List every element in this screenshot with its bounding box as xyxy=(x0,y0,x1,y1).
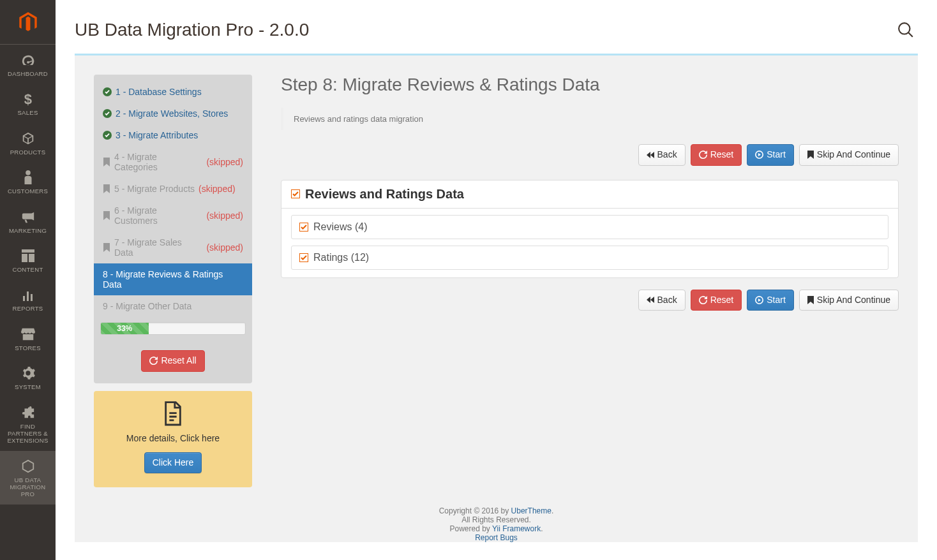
nav-label: UB DATA MIGRATION PRO xyxy=(10,476,46,498)
nav-sales[interactable]: $ SALES xyxy=(0,84,56,122)
step-label: 8 - Migrate Reviews & Ratings Data xyxy=(103,269,243,290)
rewind-icon xyxy=(647,297,654,303)
details-card: More details, Click here Click Here xyxy=(94,391,252,488)
nav-label: CUSTOMERS xyxy=(8,188,48,195)
rewind-icon xyxy=(647,152,654,158)
data-row-ratings[interactable]: Ratings (12) xyxy=(291,246,888,270)
step-label: 4 - Migrate Categories xyxy=(114,152,202,172)
main-panel: Step 8: Migrate Reviews & Ratings Data R… xyxy=(281,75,899,487)
nav-label: DASHBOARD xyxy=(8,70,48,77)
step-label: 9 - Migrate Other Data xyxy=(103,301,191,311)
skip-button[interactable]: Skip And Continue xyxy=(799,290,899,311)
nav-products[interactable]: PRODUCTS xyxy=(0,123,56,162)
skipped-tag: (skipped) xyxy=(206,242,243,253)
step-1[interactable]: 1 - Database Settings xyxy=(94,81,252,103)
nav-dashboard[interactable]: DASHBOARD xyxy=(0,45,56,84)
data-row-label: Reviews (4) xyxy=(313,221,367,233)
step-label: 3 - Migrate Attributes xyxy=(116,130,198,140)
data-panel-title: Reviews and Ratings Data xyxy=(305,187,464,202)
back-button[interactable]: Back xyxy=(638,290,686,311)
button-label: Back xyxy=(657,149,677,161)
bookmark-icon xyxy=(807,296,814,304)
page-header: UB Data Migration Pro - 2.0.0 xyxy=(75,0,918,54)
step-8[interactable]: 8 - Migrate Reviews & Ratings Data xyxy=(94,263,252,295)
back-button[interactable]: Back xyxy=(638,144,686,166)
step-sidebar: 1 - Database Settings 2 - Migrate Websit… xyxy=(94,75,252,487)
gauge-icon xyxy=(20,52,36,68)
step-label: 2 - Migrate Websites, Stores xyxy=(116,108,228,119)
bar-chart-icon xyxy=(20,287,36,302)
skipped-tag: (skipped) xyxy=(206,157,243,167)
nav-label: FIND PARTNERS & EXTENSIONS xyxy=(7,423,48,445)
step-4[interactable]: 4 - Migrate Categories (skipped) xyxy=(94,146,252,178)
reset-button[interactable]: Reset xyxy=(691,144,742,166)
button-label: Back xyxy=(657,294,677,307)
start-button[interactable]: Start xyxy=(747,144,794,166)
nav-label: PRODUCTS xyxy=(10,149,46,156)
button-label: Start xyxy=(767,294,786,307)
content-wrapper: 1 - Database Settings 2 - Migrate Websit… xyxy=(75,54,918,542)
footer: Copyright © 2016 by UberTheme. All Right… xyxy=(75,500,918,542)
layout-icon xyxy=(20,248,36,263)
button-label: Reset xyxy=(710,149,734,161)
button-label: Skip And Continue xyxy=(817,294,890,307)
start-button[interactable]: Start xyxy=(747,290,794,311)
person-icon xyxy=(20,170,36,185)
data-row-reviews[interactable]: Reviews (4) xyxy=(291,215,888,239)
button-label: Reset xyxy=(710,294,734,307)
footer-link-ubertheme[interactable]: UberTheme xyxy=(511,506,551,515)
nav-label: STORES xyxy=(15,344,41,351)
step-5[interactable]: 5 - Migrate Products (skipped) xyxy=(94,178,252,200)
data-panel-header[interactable]: Reviews and Ratings Data xyxy=(281,181,898,209)
step-label: 5 - Migrate Products xyxy=(114,184,195,194)
skipped-tag: (skipped) xyxy=(206,210,243,221)
step-7[interactable]: 7 - Migrate Sales Data (skipped) xyxy=(94,232,252,263)
checkbox-checked-icon xyxy=(299,223,308,232)
bookmark-icon xyxy=(103,184,110,193)
step-heading: Step 8: Migrate Reviews & Ratings Data xyxy=(281,75,899,95)
step-label: 7 - Migrate Sales Data xyxy=(114,237,202,258)
nav-label: CONTENT xyxy=(12,266,43,273)
step-list: 1 - Database Settings 2 - Migrate Websit… xyxy=(94,75,252,383)
nav-content[interactable]: CONTENT xyxy=(0,240,56,279)
reset-all-button[interactable]: Reset All xyxy=(141,350,204,372)
footer-text: All Rights Reserved. xyxy=(75,515,918,524)
bookmark-icon xyxy=(807,151,814,159)
reset-button[interactable]: Reset xyxy=(691,290,742,311)
step-6[interactable]: 6 - Migrate Customers (skipped) xyxy=(94,200,252,232)
check-circle-icon xyxy=(103,131,112,140)
step-2[interactable]: 2 - Migrate Websites, Stores xyxy=(94,103,252,124)
nav-customers[interactable]: CUSTOMERS xyxy=(0,162,56,201)
step-3[interactable]: 3 - Migrate Attributes xyxy=(94,124,252,146)
details-text: More details, Click here xyxy=(101,433,244,443)
nav-stores[interactable]: STORES xyxy=(0,319,56,358)
nav-system[interactable]: SYSTEM xyxy=(0,358,56,397)
button-label: Reset All xyxy=(161,355,196,367)
step-label: 1 - Database Settings xyxy=(116,87,202,97)
step-9[interactable]: 9 - Migrate Other Data xyxy=(94,295,252,317)
gear-icon xyxy=(20,365,36,381)
search-button[interactable] xyxy=(894,18,918,42)
step-label: 6 - Migrate Customers xyxy=(114,205,202,226)
progress-bar-fill: 33% xyxy=(101,323,149,334)
skipped-tag: (skipped) xyxy=(199,184,236,194)
button-row-bottom: Back Reset Start Skip And Continue xyxy=(281,290,899,311)
nav-find-partners[interactable]: FIND PARTNERS & EXTENSIONS xyxy=(0,397,56,451)
click-here-button[interactable]: Click Here xyxy=(144,452,202,474)
magento-logo[interactable] xyxy=(0,0,56,45)
refresh-icon xyxy=(699,296,707,304)
search-icon xyxy=(897,22,914,38)
nav-reports[interactable]: REPORTS xyxy=(0,279,56,318)
button-label: Skip And Continue xyxy=(817,149,890,161)
footer-link-yii[interactable]: Yii Framework xyxy=(492,524,541,533)
play-circle-icon xyxy=(755,151,763,159)
admin-sidebar: DASHBOARD $ SALES PRODUCTS CUSTOMERS MAR… xyxy=(0,0,56,560)
skip-button[interactable]: Skip And Continue xyxy=(799,144,899,166)
nav-marketing[interactable]: MARKETING xyxy=(0,202,56,240)
nav-ub-migration[interactable]: UB DATA MIGRATION PRO xyxy=(0,451,56,505)
footer-link-bugs[interactable]: Report Bugs xyxy=(475,533,518,542)
check-circle-icon xyxy=(103,87,112,96)
footer-text: Powered by xyxy=(449,524,492,533)
main-area: UB Data Migration Pro - 2.0.0 1 - Databa… xyxy=(56,0,937,560)
check-circle-icon xyxy=(103,109,112,118)
